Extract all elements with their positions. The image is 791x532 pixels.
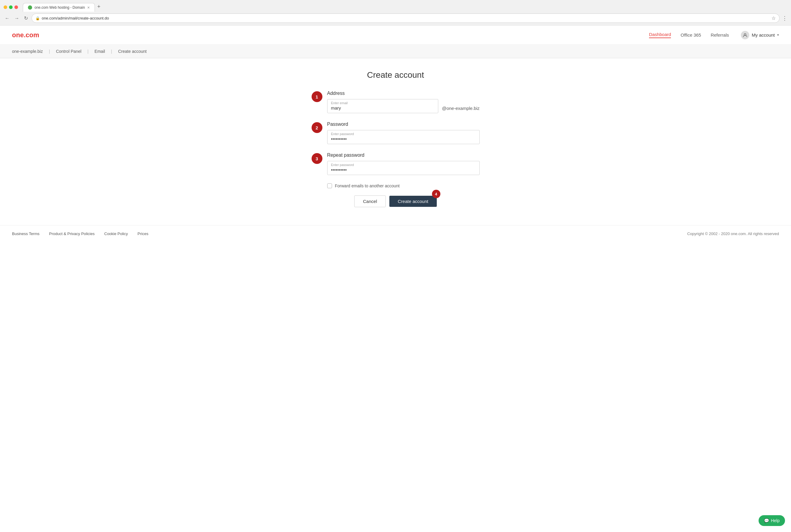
active-tab[interactable]: one.com Web hosting - Domain × bbox=[23, 3, 95, 12]
lock-icon: 🔒 bbox=[35, 16, 40, 20]
step-3-badge: 3 bbox=[312, 153, 323, 164]
password-input-wrapper: Enter password bbox=[327, 130, 480, 144]
breadcrumb-sep-3: | bbox=[111, 49, 112, 54]
footer-prices[interactable]: Prices bbox=[137, 231, 148, 236]
forward-email-checkbox[interactable] bbox=[327, 184, 332, 188]
footer-cookie-policy[interactable]: Cookie Policy bbox=[104, 231, 128, 236]
close-button[interactable] bbox=[14, 5, 18, 9]
logo-one: one bbox=[12, 31, 24, 39]
breadcrumb-email[interactable]: Email bbox=[95, 49, 111, 54]
browser-tabs: one.com Web hosting - Domain × + bbox=[23, 2, 103, 12]
step-1: 1 Address Enter email @one-example.biz bbox=[312, 91, 480, 113]
breadcrumb-sep-2: | bbox=[88, 49, 89, 54]
browser-chrome: one.com Web hosting - Domain × + ← → ↻ 🔒… bbox=[0, 0, 791, 25]
create-account-button[interactable]: Create account bbox=[389, 196, 437, 207]
step-2: 2 Password Enter password bbox=[312, 121, 480, 144]
main-nav: Dashboard Office 365 Referrals bbox=[649, 32, 729, 38]
domain-suffix: @one-example.biz bbox=[442, 99, 479, 113]
my-account-menu[interactable]: My account ▾ bbox=[741, 31, 779, 39]
back-button[interactable]: ← bbox=[4, 14, 11, 22]
chevron-down-icon: ▾ bbox=[777, 33, 779, 37]
repeat-password-input-wrapper: Enter password bbox=[327, 161, 480, 175]
breadcrumb-domain[interactable]: one-example.biz bbox=[12, 49, 49, 54]
forward-email-row: Forward emails to another account bbox=[312, 184, 480, 188]
nav-office365[interactable]: Office 365 bbox=[680, 33, 701, 38]
repeat-password-input[interactable] bbox=[331, 167, 476, 172]
footer-business-terms[interactable]: Business Terms bbox=[12, 231, 40, 236]
browser-titlebar: one.com Web hosting - Domain × + bbox=[0, 0, 791, 12]
logo-com: com bbox=[25, 31, 39, 39]
minimize-button[interactable] bbox=[4, 5, 7, 9]
url-input[interactable] bbox=[42, 16, 770, 20]
tab-title: one.com Web hosting - Domain bbox=[35, 5, 85, 10]
cancel-button[interactable]: Cancel bbox=[354, 195, 386, 207]
step-1-label: Address bbox=[327, 91, 480, 96]
forward-email-label: Forward emails to another account bbox=[335, 184, 400, 188]
footer-privacy-policies[interactable]: Product & Privacy Policies bbox=[49, 231, 95, 236]
breadcrumb-sep-1: | bbox=[49, 49, 50, 54]
step-2-label: Password bbox=[327, 121, 480, 127]
footer: Business Terms Product & Privacy Policie… bbox=[0, 225, 791, 242]
bookmark-icon[interactable]: ☆ bbox=[771, 15, 776, 21]
email-placeholder: Enter email bbox=[331, 101, 435, 105]
browser-menu-button[interactable]: ⋮ bbox=[782, 15, 787, 22]
window-controls bbox=[4, 5, 18, 9]
tab-favicon bbox=[28, 5, 32, 10]
nav-dashboard[interactable]: Dashboard bbox=[649, 32, 671, 38]
address-bar[interactable]: 🔒 ☆ bbox=[32, 14, 779, 23]
step-3-content: Repeat password Enter password bbox=[327, 153, 480, 175]
form-container: Create account 1 Address Enter email @on… bbox=[312, 70, 480, 207]
repeat-password-placeholder: Enter password bbox=[331, 163, 476, 167]
app-header: one.com Dashboard Office 365 Referrals M… bbox=[0, 25, 791, 45]
page-title: Create account bbox=[312, 70, 480, 80]
password-input[interactable] bbox=[331, 136, 476, 141]
step-1-badge: 1 bbox=[312, 91, 323, 102]
new-tab-button[interactable]: + bbox=[95, 2, 103, 11]
footer-copyright: Copyright © 2002 - 2020 one.com. All rig… bbox=[687, 231, 779, 236]
buttons-row: Cancel Create account 4 bbox=[312, 195, 480, 207]
step-1-content: Address Enter email @one-example.biz bbox=[327, 91, 480, 113]
svg-point-0 bbox=[744, 34, 746, 35]
step-3: 3 Repeat password Enter password bbox=[312, 153, 480, 175]
my-account-label: My account bbox=[752, 33, 775, 38]
step-4-badge: 4 bbox=[432, 190, 440, 198]
step-2-badge: 2 bbox=[312, 122, 323, 133]
step-3-label: Repeat password bbox=[327, 153, 480, 158]
reload-button[interactable]: ↻ bbox=[23, 14, 29, 22]
step-2-content: Password Enter password bbox=[327, 121, 480, 144]
breadcrumb: one-example.biz | Control Panel | Email … bbox=[0, 45, 791, 58]
tab-close-icon[interactable]: × bbox=[88, 5, 90, 10]
browser-toolbar: ← → ↻ 🔒 ☆ ⋮ bbox=[0, 12, 791, 25]
main-content: Create account 1 Address Enter email @on… bbox=[0, 58, 791, 225]
logo: one.com bbox=[12, 31, 39, 39]
maximize-button[interactable] bbox=[9, 5, 13, 9]
nav-referrals[interactable]: Referrals bbox=[711, 33, 729, 38]
breadcrumb-control-panel[interactable]: Control Panel bbox=[56, 49, 88, 54]
create-btn-group: Create account 4 bbox=[389, 196, 437, 207]
breadcrumb-create-account: Create account bbox=[118, 49, 153, 54]
password-placeholder: Enter password bbox=[331, 132, 476, 136]
email-input[interactable] bbox=[331, 106, 435, 111]
account-icon bbox=[741, 31, 749, 39]
email-input-wrapper: Enter email bbox=[327, 99, 439, 113]
forward-button[interactable]: → bbox=[13, 14, 20, 22]
address-row: Enter email @one-example.biz bbox=[327, 99, 480, 113]
